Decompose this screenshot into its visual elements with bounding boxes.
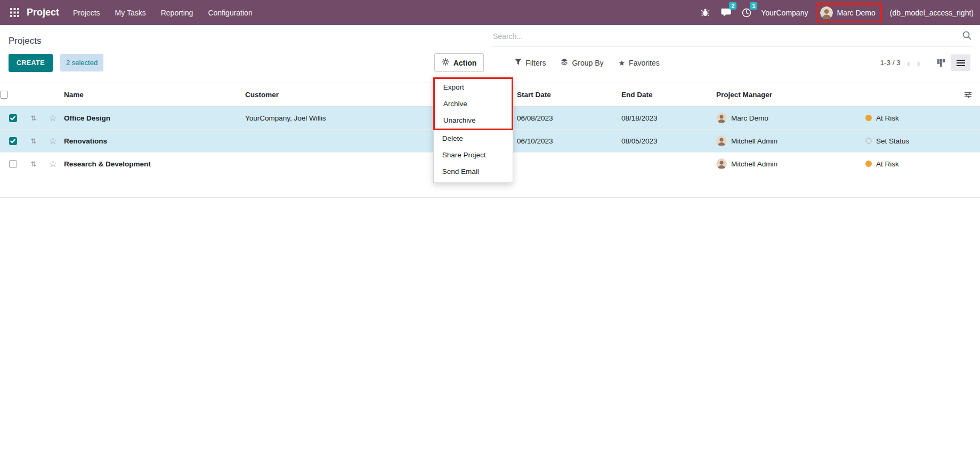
status-selector[interactable]: Set Status xyxy=(865,137,956,145)
pager-range: 1-3 / 3 xyxy=(880,59,900,67)
menu-item-unarchive[interactable]: Unarchive xyxy=(435,112,512,129)
favorite-star-icon[interactable]: ☆ xyxy=(48,113,56,123)
action-button-label: Action xyxy=(453,59,477,67)
action-menu-wrapper: Action Export Archive Unarchive Delete S… xyxy=(434,53,484,72)
messages-icon[interactable]: 2 xyxy=(719,6,732,20)
apps-grid-icon[interactable] xyxy=(5,4,23,22)
status-dot-at-risk[interactable] xyxy=(865,115,872,121)
row-checkbox[interactable] xyxy=(9,137,17,145)
row-checkbox[interactable] xyxy=(9,160,17,168)
status-dot-empty[interactable] xyxy=(865,138,872,144)
debug-bug-icon[interactable] xyxy=(699,6,711,20)
column-header-start-date[interactable]: Start Date xyxy=(517,83,621,107)
app-title[interactable]: Project xyxy=(27,7,59,18)
filters-button[interactable]: Filters xyxy=(515,59,546,67)
layers-icon xyxy=(561,58,568,67)
cell-end-date: 08/18/2023 xyxy=(621,107,716,130)
user-menu[interactable]: Marc Demo xyxy=(816,3,881,22)
cell-project-name[interactable]: Research & Development xyxy=(64,153,245,175)
messages-count-badge: 2 xyxy=(729,2,736,10)
manager-avatar xyxy=(716,158,727,169)
menu-reporting[interactable]: Reporting xyxy=(153,0,201,25)
activities-count-badge: 1 xyxy=(750,2,757,10)
column-header-end-date[interactable]: End Date xyxy=(621,83,716,107)
list-view-button[interactable] xyxy=(951,54,970,71)
kanban-view-button[interactable] xyxy=(931,54,951,71)
user-avatar xyxy=(820,6,833,19)
selected-count-badge: 2 selected xyxy=(60,54,103,71)
menu-item-archive[interactable]: Archive xyxy=(435,95,512,112)
status-label: At Risk xyxy=(876,160,899,168)
search-facets: Filters Group By ★ Favorites xyxy=(515,58,659,67)
cell-start-date: 06/08/2023 xyxy=(517,107,621,130)
favorite-star-icon[interactable]: ☆ xyxy=(48,136,56,146)
menu-projects[interactable]: Projects xyxy=(66,0,108,25)
pager-previous-icon[interactable]: ‹ xyxy=(907,58,911,68)
optional-columns-icon[interactable] xyxy=(956,91,980,99)
cell-project-manager: Marc Demo xyxy=(731,114,768,122)
menu-item-send-email[interactable]: Send Email xyxy=(434,163,513,180)
search-bar[interactable] xyxy=(491,30,973,46)
highlight-box-menu: Export Archive Unarchive xyxy=(433,77,513,130)
favorites-label: Favorites xyxy=(629,59,660,67)
company-switcher[interactable]: YourCompany xyxy=(761,9,808,17)
cell-project-manager: Mitchell Admin xyxy=(731,137,777,145)
menu-my-tasks[interactable]: My Tasks xyxy=(108,0,153,25)
status-label: Set Status xyxy=(876,137,909,145)
favorite-star-icon[interactable]: ☆ xyxy=(48,159,56,169)
activities-clock-icon[interactable]: 1 xyxy=(740,6,753,20)
drag-handle-icon[interactable]: ⇅ xyxy=(31,160,37,168)
drag-handle-icon[interactable]: ⇅ xyxy=(31,114,37,122)
pager-next-icon[interactable]: › xyxy=(917,58,920,68)
cell-end-date: 08/05/2023 xyxy=(621,130,716,153)
menu-item-share-project[interactable]: Share Project xyxy=(434,147,513,163)
control-panel: CREATE 2 selected Action Export Archive … xyxy=(0,46,980,83)
group-by-button[interactable]: Group By xyxy=(561,58,603,67)
cell-start-date xyxy=(517,153,621,175)
create-button[interactable]: CREATE xyxy=(9,54,53,72)
menu-item-export[interactable]: Export xyxy=(435,79,512,95)
cell-project-manager: Mitchell Admin xyxy=(731,160,777,168)
manager-avatar xyxy=(716,135,727,146)
row-checkbox[interactable] xyxy=(9,114,17,122)
manager-avatar xyxy=(716,113,727,123)
select-all-checkbox[interactable] xyxy=(0,91,8,99)
column-header-project-manager[interactable]: Project Manager xyxy=(716,83,865,107)
menu-configuration[interactable]: Configuration xyxy=(200,0,260,25)
menu-item-delete[interactable]: Delete xyxy=(434,130,513,147)
topbar-right: 2 1 YourCompany Marc Demo (db_model_acce… xyxy=(699,3,974,22)
search-icon[interactable] xyxy=(962,30,971,42)
favorites-star-icon: ★ xyxy=(619,59,626,67)
view-switcher xyxy=(931,54,970,71)
page-title: Projects xyxy=(9,36,41,46)
status-selector[interactable]: At Risk xyxy=(865,114,956,122)
database-label: (db_model_access_right) xyxy=(890,9,974,17)
cell-end-date xyxy=(621,153,716,175)
cell-start-date: 06/10/2023 xyxy=(517,130,621,153)
subheader: Projects xyxy=(0,25,980,46)
topbar: Project Projects My Tasks Reporting Conf… xyxy=(0,0,980,25)
action-button[interactable]: Action xyxy=(434,53,484,72)
status-label: At Risk xyxy=(876,114,899,122)
filters-label: Filters xyxy=(525,59,546,67)
action-dropdown: Export Archive Unarchive Delete Share Pr… xyxy=(433,77,513,183)
gear-icon xyxy=(442,58,449,67)
cell-project-name[interactable]: Renovations xyxy=(64,130,245,153)
pager: 1-3 / 3 ‹ › xyxy=(880,58,920,68)
user-name: Marc Demo xyxy=(837,9,875,17)
search-input[interactable] xyxy=(493,32,962,41)
cell-project-name[interactable]: Office Design xyxy=(64,107,245,130)
filter-funnel-icon xyxy=(515,59,522,67)
favorites-button[interactable]: ★ Favorites xyxy=(619,59,660,67)
group-by-label: Group By xyxy=(572,59,603,67)
status-selector[interactable]: At Risk xyxy=(865,160,956,168)
drag-handle-icon[interactable]: ⇅ xyxy=(31,137,37,145)
main-menu: Projects My Tasks Reporting Configuratio… xyxy=(66,0,260,25)
column-header-name[interactable]: Name xyxy=(64,83,245,107)
status-dot-at-risk[interactable] xyxy=(865,161,872,167)
